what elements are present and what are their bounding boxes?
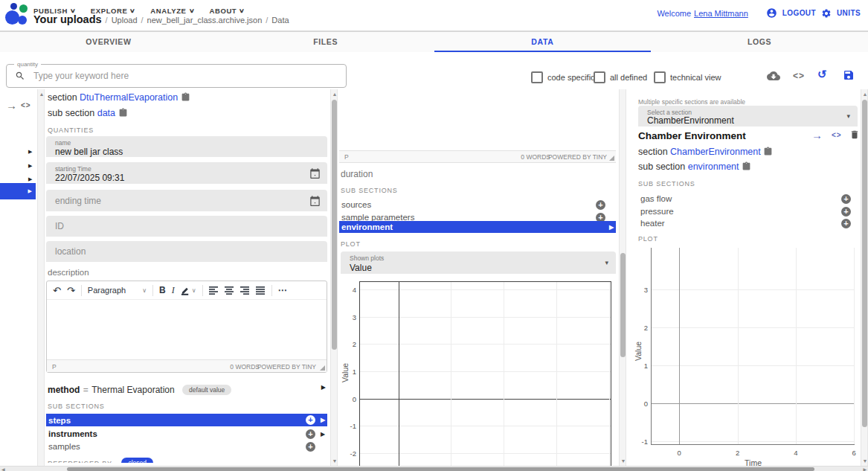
logout-button[interactable]: LOGOUT: [782, 9, 816, 17]
subsection-link[interactable]: environment: [688, 161, 739, 172]
scroll-up-icon[interactable]: ▲: [862, 92, 868, 97]
subsection-sources[interactable]: sources: [339, 199, 608, 211]
plot-area[interactable]: 43210-1-2: [359, 281, 611, 466]
location-field[interactable]: location: [46, 241, 327, 262]
section-link[interactable]: DtuThermalEvaporation: [80, 92, 178, 103]
left-panel-scrollbar[interactable]: ▲ ▼: [330, 89, 338, 466]
reload-icon[interactable]: ↺: [817, 68, 827, 81]
paragraph-style-select[interactable]: Paragraph ∨: [88, 286, 147, 295]
italic-button[interactable]: I: [172, 285, 175, 296]
checkbox-all-defined[interactable]: all defined: [594, 71, 647, 83]
user-link[interactable]: Lena Mittmann: [694, 9, 748, 18]
calendar-icon[interactable]: [309, 195, 321, 206]
scrollbar-thumb[interactable]: [332, 100, 337, 350]
subsection-steps[interactable]: steps ▶: [46, 414, 327, 426]
breadcrumb-file[interactable]: new_bell_jar_class.archive.json: [147, 16, 263, 25]
scrollbar-thumb[interactable]: [620, 253, 626, 357]
add-icon[interactable]: [841, 194, 851, 204]
expand-icon[interactable]: ▶: [321, 384, 326, 391]
add-icon[interactable]: [841, 219, 851, 228]
tab-logs[interactable]: LOGS: [651, 32, 868, 52]
json-view-icon[interactable]: <>: [793, 71, 805, 81]
starting-time-field[interactable]: starting Time 22/07/2025 09:31: [46, 162, 327, 184]
save-icon[interactable]: [843, 69, 855, 81]
referenced-by-chip[interactable]: closed: [121, 458, 153, 463]
code-icon[interactable]: <>: [832, 131, 842, 139]
checkbox-code-specific[interactable]: code specific: [531, 71, 595, 83]
units-button[interactable]: UNITS: [837, 9, 861, 17]
subsection-samples[interactable]: samples: [46, 440, 327, 452]
resize-handle[interactable]: [609, 156, 614, 161]
scrollbar-thumb[interactable]: [862, 100, 867, 427]
undo-icon[interactable]: ↶: [53, 285, 61, 296]
add-icon[interactable]: [306, 429, 315, 439]
subsection-instruments[interactable]: instruments ▶: [46, 428, 327, 440]
add-icon[interactable]: [306, 415, 315, 425]
clipboard-icon[interactable]: [118, 108, 128, 118]
download-archive-icon[interactable]: [767, 69, 780, 83]
search-input[interactable]: [32, 65, 336, 86]
align-justify-icon[interactable]: [256, 286, 266, 295]
more-tools-icon[interactable]: ⋯: [278, 285, 287, 295]
name-field[interactable]: name new bell jar class: [46, 136, 327, 157]
clipboard-icon[interactable]: [181, 92, 190, 102]
app-logo[interactable]: [5, 3, 29, 27]
lane-scrollbar[interactable]: ▲: [37, 89, 45, 466]
checkbox-technical-view[interactable]: technical view: [654, 71, 721, 83]
scroll-down-icon[interactable]: ▼: [332, 458, 338, 464]
resize-handle[interactable]: [320, 365, 325, 371]
subsection-gas-flow[interactable]: gas flow: [638, 193, 854, 205]
breadcrumb-data[interactable]: Data: [271, 16, 289, 25]
lane-expand-icon[interactable]: ▶: [28, 176, 32, 182]
subsection-heater[interactable]: heater: [638, 217, 854, 229]
subsection-environment[interactable]: environment ▶: [339, 221, 616, 233]
tab-data[interactable]: DATA: [434, 32, 652, 52]
section-select[interactable]: Select a section ChamberEnvironment ▾: [638, 106, 858, 126]
align-center-icon[interactable]: [225, 286, 234, 295]
arrow-right-icon[interactable]: →: [6, 99, 17, 112]
horizontal-scrollbar[interactable]: [0, 466, 868, 471]
lane-selected-item[interactable]: ▶: [0, 183, 36, 199]
middle-panel-scrollbar[interactable]: ▼: [619, 89, 626, 466]
redo-icon[interactable]: ↷: [67, 285, 75, 296]
add-icon[interactable]: [841, 207, 851, 217]
calendar-icon[interactable]: [309, 167, 321, 179]
editor-content[interactable]: [47, 299, 327, 360]
expand-icon[interactable]: ▶: [318, 431, 327, 438]
plot-area[interactable]: Time 3210-10246: [651, 248, 855, 445]
description-editor[interactable]: ↶ ↷ Paragraph ∨ B I ∨ ⋯: [46, 281, 327, 373]
expand-icon[interactable]: ▶: [607, 224, 616, 231]
align-right-icon[interactable]: [240, 286, 250, 295]
scroll-down-icon[interactable]: ▼: [620, 458, 626, 464]
clipboard-icon[interactable]: [742, 161, 751, 171]
scrollbar-thumb[interactable]: [67, 467, 814, 471]
bold-button[interactable]: B: [159, 285, 166, 295]
section-link[interactable]: ChamberEnvironment: [670, 147, 761, 157]
scroll-right-icon[interactable]: ▶: [863, 467, 867, 471]
scroll-up-icon[interactable]: ▲: [332, 92, 338, 97]
align-left-icon[interactable]: [209, 286, 219, 295]
subsection-link[interactable]: data: [97, 108, 115, 118]
tab-overview[interactable]: OVERVIEW: [0, 32, 217, 52]
expand-icon[interactable]: ▶: [318, 417, 327, 423]
text-color-button[interactable]: ∨: [181, 286, 196, 295]
ending-time-field[interactable]: ending time: [46, 190, 327, 211]
shown-plots-select[interactable]: Shown plots Value ▾: [341, 251, 616, 274]
lane-expand-icon[interactable]: ▶: [28, 163, 32, 169]
environment-plot[interactable]: Value 43210-1-2: [338, 281, 617, 466]
scroll-up-icon[interactable]: ▲: [39, 92, 45, 97]
clipboard-icon[interactable]: [763, 147, 773, 156]
subsection-pressure[interactable]: pressure: [638, 205, 854, 217]
id-field[interactable]: ID: [46, 216, 327, 237]
tab-files[interactable]: FILES: [217, 32, 434, 52]
add-icon[interactable]: [596, 200, 605, 210]
right-panel-scrollbar[interactable]: ▲ ▼: [861, 89, 868, 466]
breadcrumb-upload[interactable]: Upload: [112, 16, 138, 25]
code-icon[interactable]: <>: [21, 101, 31, 109]
trash-icon[interactable]: [849, 129, 859, 140]
lane-expand-icon[interactable]: ▶: [28, 149, 32, 155]
chamber-environment-plot[interactable]: Value Time 3210-10246: [629, 248, 868, 465]
scroll-left-icon[interactable]: ◀: [1, 467, 5, 471]
scroll-down-icon[interactable]: ▼: [862, 458, 868, 464]
add-icon[interactable]: [306, 442, 315, 452]
